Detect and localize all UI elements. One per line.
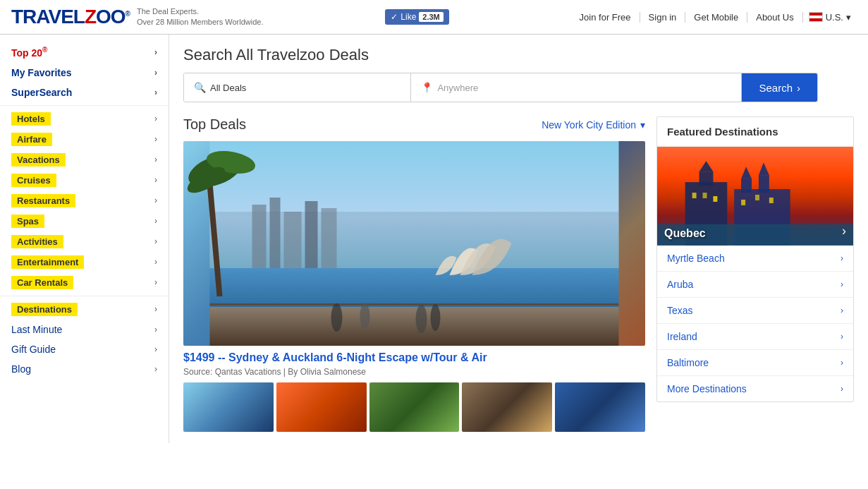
svg-rect-23 (741, 179, 752, 193)
svg-point-17 (431, 304, 441, 331)
edition-selector[interactable]: New York City Edition ▾ (542, 119, 645, 131)
top-deals-header: Top Deals New York City Edition ▾ (183, 116, 645, 133)
sidebar-item-my-favorites[interactable]: My Favorites › (0, 63, 169, 83)
svg-rect-30 (713, 196, 717, 202)
sidebar-item-hotels[interactable]: Hotels › (0, 109, 169, 129)
destination-aruba[interactable]: Aruba › (657, 272, 853, 298)
top20-label: Top 20® (11, 46, 47, 59)
header: TRAVELZOO® The Deal Experts. Over 28 Mil… (0, 0, 868, 35)
sidebar-item-supersearch[interactable]: SuperSearch › (0, 83, 169, 102)
chevron-right-icon: › (154, 304, 157, 314)
chevron-right-icon: › (154, 47, 157, 57)
deals-layout: Top Deals New York City Edition ▾ (183, 116, 854, 432)
svg-point-15 (360, 303, 370, 329)
flag-icon (809, 12, 823, 22)
deal-thumbnail-2[interactable] (276, 382, 367, 432)
sidebar-item-entertainment[interactable]: Entertainment › (0, 252, 169, 272)
svg-rect-32 (755, 195, 759, 200)
search-type-selector[interactable]: 🔍 All Deals (184, 73, 411, 102)
chevron-right-icon: › (154, 325, 157, 334)
deal-thumbnail-1[interactable] (183, 382, 274, 432)
get-mobile-link[interactable]: Get Mobile (685, 12, 747, 23)
logo-trademark: ® (126, 10, 130, 18)
sidebar-item-spas[interactable]: Spas › (0, 211, 169, 231)
chevron-right-icon: › (841, 358, 843, 368)
destination-baltimore[interactable]: Baltimore › (657, 350, 853, 376)
chevron-right-icon: › (842, 224, 846, 239)
svg-rect-25 (759, 175, 769, 193)
chevron-right-icon: › (154, 134, 157, 144)
sidebar-item-vacations[interactable]: Vacations › (0, 150, 169, 170)
search-location-input[interactable]: 📍 Anywhere (411, 73, 742, 102)
tagline-line2: Over 28 Million Members Worldwide. (137, 17, 264, 28)
search-bar: 🔍 All Deals 📍 Anywhere Search › (183, 73, 818, 102)
like-button[interactable]: ✓ Like 2.3M (385, 9, 448, 25)
chevron-right-icon: › (841, 384, 843, 394)
logo[interactable]: TRAVELZOO® (11, 6, 130, 28)
sidebar-item-destinations[interactable]: Destinations › (0, 299, 169, 320)
sidebar-divider (0, 105, 169, 106)
sydney-scene-svg (183, 141, 645, 346)
featured-deal-source: Source: Qantas Vacations | By Olivia Sal… (183, 367, 645, 377)
chevron-right-icon: › (154, 257, 157, 267)
header-nav: Join for Free Sign in Get Mobile About U… (571, 12, 857, 23)
content-area: Search All Travelzoo Deals 🔍 All Deals 📍… (169, 35, 868, 443)
about-us-link[interactable]: About Us (747, 12, 802, 23)
svg-rect-5 (270, 198, 281, 268)
checkmark-icon: ✓ (391, 12, 398, 22)
destination-myrtle-beach[interactable]: Myrtle Beach › (657, 246, 853, 272)
logo-z: Z (85, 6, 96, 28)
deal-thumbnail-4[interactable] (462, 382, 552, 432)
chevron-right-icon: › (154, 68, 157, 78)
chevron-right-icon: › (841, 253, 843, 263)
svg-rect-7 (305, 201, 318, 268)
sidebar-item-top20[interactable]: Top 20® › (0, 42, 169, 63)
quebec-image[interactable]: Quebec › (657, 147, 853, 246)
sidebar-item-last-minute[interactable]: Last Minute › (0, 320, 169, 339)
quebec-label: Quebec (664, 227, 706, 240)
sidebar-item-gift-guide[interactable]: Gift Guide › (0, 339, 169, 359)
destination-ireland[interactable]: Ireland › (657, 324, 853, 350)
sidebar-divider-2 (0, 296, 169, 296)
sidebar-item-car-rentals[interactable]: Car Rentals › (0, 272, 169, 293)
svg-rect-4 (252, 205, 267, 268)
signin-link[interactable]: Sign in (640, 12, 686, 23)
chevron-right-icon: › (154, 344, 157, 354)
deals-main: Top Deals New York City Edition ▾ (183, 116, 645, 432)
chevron-right-icon: › (154, 277, 157, 287)
svg-point-14 (331, 303, 343, 332)
supersearch-label: SuperSearch (11, 87, 72, 98)
featured-deal-image[interactable] (183, 141, 645, 346)
tagline-line1: The Deal Experts. (137, 6, 264, 17)
sidebar-item-airfare[interactable]: Airfare › (0, 129, 169, 150)
deal-thumbnail-5[interactable] (555, 382, 645, 432)
sidebar-item-cruises[interactable]: Cruises › (0, 170, 169, 191)
featured-destinations-box: Featured Destinations (656, 116, 854, 402)
chevron-right-icon: › (154, 87, 157, 97)
chevron-right-icon: › (154, 236, 157, 246)
svg-point-16 (416, 305, 427, 333)
chevron-right-icon: › (841, 279, 843, 289)
destination-more[interactable]: More Destinations › (657, 376, 853, 402)
like-count: 2.3M (419, 12, 443, 22)
logo-tagline: The Deal Experts. Over 28 Million Member… (137, 6, 264, 28)
search-button[interactable]: Search › (742, 73, 817, 102)
join-link[interactable]: Join for Free (571, 12, 640, 23)
svg-rect-20 (699, 171, 714, 186)
country-selector[interactable]: U.S. ▾ (803, 12, 857, 23)
sidebar-item-activities[interactable]: Activities › (0, 231, 169, 252)
chevron-right-icon: › (841, 332, 843, 342)
location-icon: 📍 (421, 82, 433, 93)
chevron-right-icon: › (154, 195, 157, 205)
search-type-value: All Deals (210, 83, 246, 93)
featured-destinations-title: Featured Destinations (657, 117, 853, 147)
sidebar: Top 20® › My Favorites › SuperSearch › H… (0, 35, 169, 443)
featured-deal-link[interactable]: $1499 -- Sydney & Auckland 6-Night Escap… (183, 351, 645, 364)
svg-rect-28 (692, 193, 697, 198)
svg-rect-8 (322, 208, 337, 268)
deal-thumbnail-3[interactable] (369, 382, 460, 432)
sidebar-item-restaurants[interactable]: Restaurants › (0, 191, 169, 211)
destination-texas[interactable]: Texas › (657, 298, 853, 324)
chevron-right-icon: › (154, 364, 157, 374)
sidebar-item-blog[interactable]: Blog › (0, 359, 169, 379)
